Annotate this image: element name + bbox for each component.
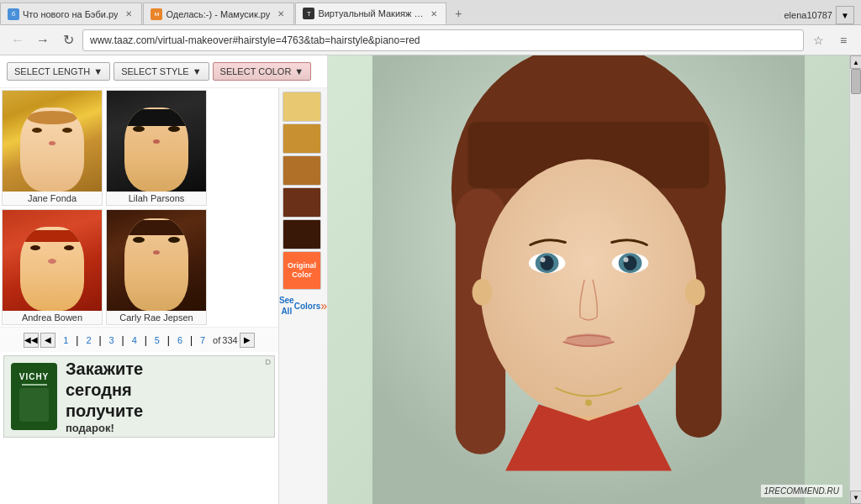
tab-label-1: Что нового на Бэби.ру [23, 9, 118, 19]
bookmark-button[interactable]: ☆ [807, 29, 829, 51]
tab-1[interactable]: б Что нового на Бэби.ру ✕ [0, 3, 142, 24]
pagination: ◀◀ ◀ 1 | 2 | 3 | 4 | 5 | 6 | 7 [0, 327, 278, 352]
back-button[interactable]: ← [7, 29, 29, 51]
address-bar[interactable] [82, 29, 804, 51]
face-illustration: 1RECOMMEND.RU [328, 55, 849, 504]
page-6-button[interactable]: 6 [172, 332, 188, 349]
tab-bar: б Что нового на Бэби.ру ✕ м Оделась:-) -… [0, 0, 861, 25]
scroll-track[interactable] [850, 69, 861, 491]
tab-favicon-3: T [303, 8, 314, 19]
scroll-down-button[interactable]: ▼ [850, 491, 861, 504]
vichy-logo: VICHY [11, 363, 57, 430]
hairstyle-item-andrea-bowen[interactable]: Andrea Bowen [2, 209, 103, 325]
hairstyle-item-carly-rae-jepsen[interactable]: Carly Rae Jepsen [106, 209, 207, 325]
svg-point-15 [565, 333, 611, 347]
tab-favicon-1: б [8, 8, 19, 20]
first-page-button[interactable]: ◀◀ [24, 333, 39, 348]
new-tab-button[interactable]: + [447, 3, 469, 24]
ad-badge: D [266, 358, 272, 366]
ad-subtext: подарок! [66, 422, 267, 434]
hairstyle-label-jane-fonda: Jane Fonda [3, 192, 102, 205]
page-7-button[interactable]: 7 [194, 332, 211, 349]
scroll-thumb[interactable] [851, 69, 861, 94]
page-1-button[interactable]: 1 [57, 332, 74, 349]
menu-button[interactable]: ≡ [832, 29, 854, 51]
scrollbar[interactable]: ▲ ▼ [849, 55, 861, 504]
next-page-button[interactable]: ▶ [240, 333, 255, 348]
page-5-button[interactable]: 5 [149, 332, 166, 349]
browser-toolbar: ← → ↻ ☆ ≡ [0, 25, 861, 55]
select-color-button[interactable]: SELECT COLOR ▼ [213, 62, 312, 81]
tab-2[interactable]: м Оделась:-) - Мамусик.ру ✕ [143, 3, 294, 24]
scroll-up-button[interactable]: ▲ [850, 55, 861, 69]
site-controls: SELECT LENGTH ▼ SELECT STYLE ▼ SELECT CO… [0, 55, 327, 88]
tab-label-3: Виртуальный Макияж - из... [318, 8, 424, 18]
see-all-colors-arrow: » [320, 299, 327, 312]
original-color-button[interactable]: Original Color [283, 251, 321, 290]
ad-area: D VICHY Закажитесегодняполучите подарок! [3, 355, 275, 438]
tab-close-1[interactable]: ✕ [123, 8, 135, 20]
tab-3[interactable]: T Виртуальный Макияж - из... ✕ [295, 3, 446, 24]
hairstyle-grid: Jane Fonda [0, 88, 327, 504]
select-style-button[interactable]: SELECT STYLE ▼ [114, 62, 209, 81]
photo-panel: 1RECOMMEND.RU ▲ ▼ [328, 55, 861, 504]
forward-button[interactable]: → [32, 29, 54, 51]
photo-area: 1RECOMMEND.RU [328, 55, 849, 504]
svg-point-16 [585, 399, 592, 406]
ad-text-area: Закажитесегодняполучите подарок! [66, 359, 267, 434]
page-3-button[interactable]: 3 [103, 332, 120, 349]
select-length-button[interactable]: SELECT LENGTH ▼ [7, 62, 110, 81]
color-swatch-dark-blonde[interactable] [283, 155, 321, 186]
hairstyle-label-carly-rae-jepsen: Carly Rae Jepsen [107, 311, 206, 324]
browser-username: elena10787 [784, 10, 832, 20]
reload-button[interactable]: ↻ [57, 29, 79, 51]
svg-point-17 [473, 279, 493, 306]
color-swatch-dark-brown[interactable] [283, 219, 321, 249]
face-svg [328, 55, 849, 504]
tab-label-2: Оделась:-) - Мамусик.ру [166, 9, 270, 19]
hairstyle-item-jane-fonda[interactable]: Jane Fonda [2, 90, 103, 206]
profile-button[interactable]: ▼ [836, 6, 854, 24]
svg-point-10 [541, 257, 546, 262]
tab-close-2[interactable]: ✕ [275, 8, 287, 20]
tab-close-3[interactable]: ✕ [429, 8, 439, 19]
color-panel: Original Color See All Colors » [278, 88, 327, 504]
total-pages: 334 [222, 335, 237, 345]
svg-point-18 [685, 279, 705, 306]
page-4-button[interactable]: 4 [126, 332, 143, 349]
color-swatch-medium-brown[interactable] [283, 187, 321, 218]
color-swatch-blonde[interactable] [283, 123, 321, 154]
prev-page-button[interactable]: ◀ [40, 333, 55, 348]
page-2-button[interactable]: 2 [80, 332, 97, 349]
hairstyle-label-lilah-parsons: Lilah Parsons [107, 192, 206, 205]
svg-point-14 [624, 257, 629, 262]
tab-favicon-2: м [151, 8, 162, 20]
hairstyle-item-lilah-parsons[interactable]: Lilah Parsons [106, 90, 207, 206]
svg-point-6 [480, 160, 696, 417]
color-swatch-light-blonde[interactable] [283, 92, 321, 122]
hairstyle-label-andrea-bowen: Andrea Bowen [3, 311, 102, 324]
watermark: 1RECOMMEND.RU [761, 485, 843, 497]
see-all-colors-button[interactable]: See All Colors » [283, 291, 324, 320]
